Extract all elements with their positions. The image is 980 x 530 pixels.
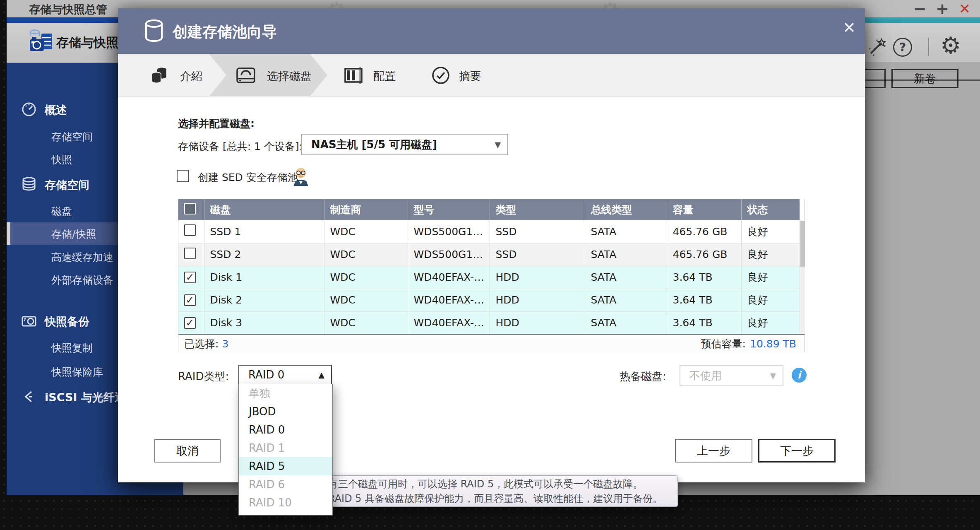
os-window-title: 存储与快照总管: [29, 2, 107, 17]
step-intro-label[interactable]: 介紹: [180, 69, 202, 84]
col-capacity: 容量: [667, 199, 741, 220]
row-checkbox[interactable]: ✓: [184, 317, 196, 329]
col-type: 类型: [490, 199, 585, 220]
table-row[interactable]: ✓ SSD 1WDC WDS500G1…SSD SATA465.76 GB 良好: [178, 220, 800, 243]
raid-option-raid1[interactable]: RAID 1: [239, 439, 332, 457]
storage-device-select[interactable]: NAS主机 [5/5 可用磁盘] ▼: [301, 134, 508, 155]
sidebar-item-label: 快照复制: [51, 341, 93, 355]
cancel-button[interactable]: 取消: [154, 439, 221, 463]
camera-icon: [21, 313, 37, 329]
new-volume-button[interactable]: 新卷: [891, 69, 958, 88]
col-disk: 磁盘: [204, 199, 324, 220]
sidebar-group-label: 存储空间: [45, 178, 89, 193]
step-select-disks-label[interactable]: 选择磁盘: [267, 69, 312, 84]
table-row[interactable]: ✓ SSD 2WDC WDS500G1…SSD SATA465.76 GB 良好: [178, 243, 800, 266]
create-storage-pool-wizard-dialog: 创建存储池向导 ✕ 介紹: [118, 8, 865, 482]
summary-step-icon: [430, 65, 451, 86]
intro-step-icon: [149, 65, 170, 86]
sidebar-item-label: 磁盘: [51, 205, 72, 218]
section-title: 选择并配置磁盘:: [178, 117, 255, 130]
raid-option-jbod[interactable]: JBOD: [239, 402, 332, 421]
chevron-down-icon: ▼: [495, 140, 501, 149]
raid-type-label: RAID类型:: [178, 369, 229, 384]
table-footer: 已选择: 3 预估容量: 10.89 TB: [178, 334, 805, 352]
raid5-tooltip: 有三个磁盘可用时，可以选择 RAID 5，此模式可以承受一个磁盘故障。 RAID…: [311, 475, 678, 507]
sed-label: 创建 SED 安全存储池: [198, 171, 298, 184]
sed-agent-icon: [292, 165, 310, 186]
hot-spare-value: 不使用: [689, 369, 722, 383]
table-row[interactable]: ✓ Disk 1WDC WD40EFAX-…HDD SATA3.64 TB 良好: [178, 266, 800, 289]
dialog-close-icon[interactable]: ✕: [839, 17, 860, 38]
configure-step-icon: [343, 65, 364, 86]
info-glyph: i: [797, 369, 801, 381]
raid-option-raid5[interactable]: RAID 5: [239, 457, 332, 475]
header-separator: [928, 38, 929, 56]
help-glyph: ?: [899, 41, 906, 54]
storage-device-label: 存储设备 [总共: 1 个设备]:: [178, 140, 303, 153]
gauge-icon: [21, 101, 37, 118]
storage-device-value: NAS主机 [5/5 可用磁盘]: [311, 137, 437, 152]
disk-table-grid: 磁盘 制造商 型号 类型 总线类型 容量 状态 ✓ SSD 1WDC WDS50…: [178, 199, 800, 335]
wizard-steps-bar: 介紹 选择磁盘 配置: [118, 54, 865, 96]
active-indicator: [7, 222, 10, 245]
row-checkbox[interactable]: ✓: [184, 224, 196, 236]
iscsi-arrow-icon: [21, 388, 37, 405]
sidebar-item-label: 外部存储设备: [51, 273, 113, 287]
row-checkbox[interactable]: ✓: [184, 294, 196, 306]
select-all-checkbox[interactable]: [184, 203, 196, 214]
step-configure-label[interactable]: 配置: [373, 69, 396, 84]
scrollbar-thumb[interactable]: [800, 221, 805, 267]
sed-checkbox[interactable]: ✓: [177, 170, 189, 182]
chevron-down-icon: ▼: [770, 371, 776, 380]
raid-dropdown-list: 单独 JBOD RAID 0 RAID 1 RAID 5 RAID 6 RAID…: [238, 384, 333, 516]
table-row[interactable]: ✓ Disk 2WDC WD40EFAX-…HDD SATA3.64 TB 良好: [178, 289, 800, 311]
app-logo-icon: [27, 28, 55, 55]
dialog-title: 创建存储池向导: [173, 22, 277, 42]
table-scrollbar[interactable]: [800, 220, 805, 334]
row-checkbox[interactable]: ✓: [184, 272, 196, 283]
database-icon: [21, 176, 37, 193]
col-model: 型号: [408, 199, 490, 220]
hot-spare-label: 热备磁盘:: [620, 369, 666, 384]
tooltip-line1: 有三个磁盘可用时，可以选择 RAID 5，此模式可以承受一个磁盘故障。: [328, 477, 677, 491]
chevron-up-icon: ▲: [318, 370, 324, 379]
row-checkbox[interactable]: ✓: [184, 248, 196, 259]
col-vendor: 制造商: [324, 199, 408, 220]
dialog-header: 创建存储池向导 ✕: [118, 8, 865, 54]
raid-option-raid6[interactable]: RAID 6: [239, 475, 332, 494]
minimize-button[interactable]: −: [910, 0, 930, 17]
sidebar-item-label: 存储空间: [51, 130, 93, 144]
selected-count-value: 3: [222, 338, 228, 350]
help-icon[interactable]: ?: [893, 38, 912, 57]
settings-gear-icon[interactable]: ⚙: [940, 32, 961, 59]
wizard-wand-icon[interactable]: [867, 38, 886, 57]
close-window-button[interactable]: ✕: [955, 0, 974, 17]
raid-option-raid10[interactable]: RAID 10: [239, 494, 332, 512]
hot-spare-select[interactable]: 不使用 ▼: [680, 365, 783, 386]
table-row[interactable]: ✓ Disk 3WDC WD40EFAX-…HDD SATA3.64 TB 良好: [178, 311, 800, 334]
step-summary-label[interactable]: 摘要: [459, 69, 481, 84]
raid-type-value: RAID 0: [248, 369, 284, 381]
raid-option-single[interactable]: 单独: [239, 384, 332, 402]
desktop: 存储与快照总管 ⚙ ⚙ − + ✕ 存储与快照总管: [0, 0, 980, 530]
info-icon[interactable]: i: [792, 368, 807, 383]
sidebar-group-label: 概述: [45, 103, 67, 118]
sidebar-item-label: 存储/快照: [51, 227, 96, 241]
back-button[interactable]: 上一步: [675, 439, 752, 463]
next-button[interactable]: 下一步: [758, 439, 836, 463]
sidebar-item-label: 快照保险库: [51, 365, 103, 379]
sidebar-item-label: 快照: [51, 153, 72, 166]
col-status: 状态: [741, 199, 800, 220]
table-header-row: 磁盘 制造商 型号 类型 总线类型 容量 状态: [178, 199, 800, 220]
estimated-capacity-label: 预估容量:: [701, 337, 746, 351]
selected-count-label: 已选择:: [184, 337, 219, 351]
raid-option-raid0[interactable]: RAID 0: [239, 421, 332, 439]
maximize-button[interactable]: +: [933, 0, 952, 17]
sidebar-group-label: 快照备份: [45, 314, 89, 329]
storage-pool-icon: [144, 19, 164, 43]
sidebar-item-label: 高速缓存加速: [51, 251, 113, 264]
col-bus: 总线类型: [585, 199, 667, 220]
estimated-capacity-value: 10.89 TB: [750, 338, 796, 350]
raid-type-select[interactable]: RAID 0 ▲: [238, 365, 332, 385]
select-disks-step-icon: [235, 65, 256, 86]
